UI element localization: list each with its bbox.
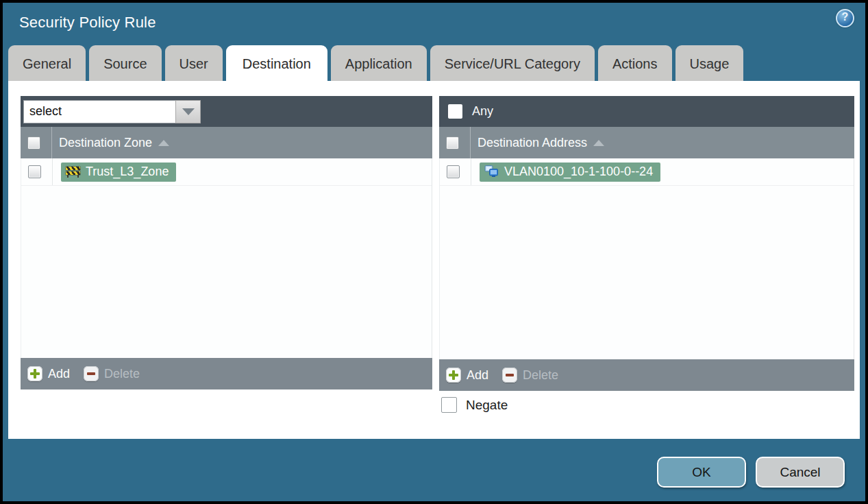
negate-checkbox[interactable] (441, 397, 457, 413)
address-column-header[interactable]: Destination Address (478, 136, 604, 150)
destination-tab-content: Destination Zone Trust_L3_Zone (8, 81, 860, 439)
tab-application[interactable]: Application (331, 45, 427, 81)
zone-column-header[interactable]: Destination Zone (59, 136, 169, 150)
add-button-label: Add (48, 367, 70, 381)
column-divider (471, 158, 471, 185)
zone-column-header-row: Destination Zone (21, 127, 432, 158)
address-row-checkbox[interactable] (447, 165, 460, 178)
dialog-title: Security Policy Rule (19, 14, 156, 32)
address-panel-footer: Add Delete (439, 359, 854, 391)
chevron-down-icon (182, 108, 195, 115)
minus-icon (84, 366, 99, 381)
help-icon[interactable] (836, 9, 854, 27)
screen: Security Policy Rule General Source User… (0, 0, 868, 504)
zone-filter-combo (23, 100, 201, 123)
network-address-icon (484, 165, 499, 178)
any-checkbox[interactable] (448, 104, 462, 119)
delete-button-label: Delete (523, 368, 558, 383)
cancel-button[interactable]: Cancel (756, 457, 845, 488)
minus-icon (502, 368, 517, 383)
tab-bar: General Source User Destination Applicat… (8, 45, 743, 81)
sort-ascending-icon (158, 140, 169, 146)
zone-panel-toolbar (21, 96, 432, 127)
column-divider (52, 158, 53, 185)
zone-row-checkbox[interactable] (28, 165, 41, 178)
column-divider (470, 127, 471, 158)
negate-option: Negate (441, 397, 508, 413)
add-button-label: Add (467, 368, 488, 383)
address-list: VLAN0100_10-1-100-0--24 (439, 158, 854, 359)
tab-service-url-category[interactable]: Service/URL Category (430, 45, 595, 81)
zone-delete-button[interactable]: Delete (84, 366, 140, 381)
address-add-button[interactable]: Add (446, 368, 488, 383)
zone-panel-footer: Add Delete (21, 358, 432, 389)
zone-add-button[interactable]: Add (27, 366, 70, 381)
ok-button[interactable]: OK (657, 457, 746, 488)
dialog-titlebar: Security Policy Rule (3, 3, 865, 45)
any-label: Any (472, 104, 493, 119)
tab-user[interactable]: User (165, 45, 223, 81)
address-item-vlan0100[interactable]: VLAN0100_10-1-100-0--24 (480, 163, 660, 182)
address-column-header-row: Destination Address (439, 127, 854, 158)
tab-destination[interactable]: Destination (226, 45, 327, 81)
address-item-label: VLAN0100_10-1-100-0--24 (504, 165, 653, 179)
plus-icon (446, 368, 461, 383)
zone-item-trust-l3-zone[interactable]: Trust_L3_Zone (61, 163, 176, 182)
address-select-all-checkbox[interactable] (446, 136, 459, 149)
plus-icon (27, 366, 42, 381)
zone-column-label: Destination Zone (59, 136, 152, 150)
zone-filter-input[interactable] (23, 100, 175, 123)
zone-select-all-checkbox[interactable] (27, 136, 40, 149)
zone-list: Trust_L3_Zone (21, 158, 432, 358)
zone-icon (66, 166, 80, 178)
tab-actions[interactable]: Actions (598, 45, 672, 81)
tab-usage[interactable]: Usage (675, 45, 744, 81)
address-panel-toolbar: Any (439, 96, 854, 127)
address-column-label: Destination Address (478, 136, 587, 150)
tab-general[interactable]: General (8, 45, 86, 81)
table-row: Trust_L3_Zone (21, 158, 432, 186)
destination-address-panel: Any Destination Address (439, 96, 854, 391)
table-row: VLAN0100_10-1-100-0--24 (440, 158, 854, 186)
tab-source[interactable]: Source (89, 45, 161, 81)
zone-filter-dropdown-button[interactable] (175, 100, 201, 123)
address-delete-button[interactable]: Delete (502, 368, 558, 383)
negate-label: Negate (466, 398, 508, 413)
sort-ascending-icon (593, 140, 604, 146)
zone-item-label: Trust_L3_Zone (86, 165, 169, 179)
delete-button-label: Delete (104, 367, 140, 381)
destination-zone-panel: Destination Zone Trust_L3_Zone (21, 96, 432, 389)
security-policy-rule-dialog: Security Policy Rule General Source User… (3, 3, 865, 501)
column-divider (51, 127, 52, 158)
